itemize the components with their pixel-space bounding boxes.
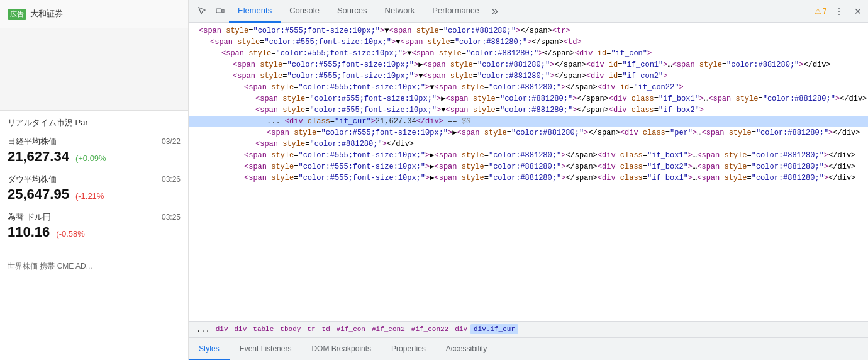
market-footer: 世界株価 携帯 CME AD... <box>0 256 188 277</box>
breadcrumb-item[interactable]: table <box>250 324 277 334</box>
dom-line[interactable]: <span style="color:#555;font-size:10px;"… <box>189 25 868 37</box>
market-item: ダウ平均株価 03:26 25,647.95 (-1.21% <box>8 174 181 203</box>
market-change: (-1.21% <box>75 191 104 201</box>
dom-line[interactable]: <span style="color:#555;font-size:10px;"… <box>189 48 868 59</box>
market-name: 日経平均株価 <box>8 136 57 147</box>
dom-line[interactable]: <span style="color:#555;font-size:10px;"… <box>189 82 868 93</box>
market-item: 為替 ドル円 03:25 110.16 (-0.58% <box>8 211 181 240</box>
dom-line[interactable]: <span style="color:#555;font-size:10px;"… <box>189 70 868 82</box>
close-icon: ✕ <box>854 6 862 16</box>
dom-tree[interactable]: <span style="color:#555;font-size:10px;"… <box>189 23 868 321</box>
market-value: 25,647.95 <box>8 186 69 203</box>
devtools-menu-btn[interactable]: ⋮ <box>830 3 848 20</box>
dom-line[interactable]: <span style="color:#555;font-size:10px;"… <box>189 172 868 184</box>
devtools-close-btn[interactable]: ✕ <box>849 3 867 20</box>
devtools-tab-performance[interactable]: Performance <box>423 0 487 23</box>
breadcrumb-item[interactable]: #if_con22 <box>408 324 452 334</box>
devtools-tab-elements[interactable]: Elements <box>229 0 281 23</box>
bottom-tab-properties[interactable]: Properties <box>381 338 436 361</box>
warning-icon: ⚠ <box>815 7 821 16</box>
dom-line[interactable]: <span style="color:#555;font-size:10px;"… <box>189 93 868 104</box>
breadcrumb-item[interactable]: div <box>213 324 231 334</box>
breadcrumb-item[interactable]: tbody <box>277 324 304 334</box>
market-change: (-0.58% <box>56 229 85 239</box>
devtools-tab-console[interactable]: Console <box>281 0 328 23</box>
market-section: リアルタイム市況 Par 日経平均株価 03/22 21,627.34 (+0.… <box>0 110 188 256</box>
ad-banner: 広告 大和証券 <box>0 0 188 28</box>
devtools-tabs: ElementsConsoleSourcesNetworkPerformance <box>229 0 488 23</box>
devtools-toolbar: ElementsConsoleSourcesNetworkPerformance… <box>189 0 868 23</box>
breadcrumb-bar: ... divdivtabletbodytrtd#if_con#if_con2#… <box>189 321 868 337</box>
breadcrumb-item[interactable]: #if_con2 <box>369 324 408 334</box>
bottom-tab-event-listeners[interactable]: Event Listeners <box>230 338 302 361</box>
market-time: 03:26 <box>162 175 181 184</box>
dom-line[interactable]: <span style="color:#555;font-size:10px;"… <box>189 104 868 116</box>
breadcrumb-items: divdivtabletbodytrtd#if_con#if_con2#if_c… <box>213 324 518 334</box>
ad-spacer <box>0 28 188 110</box>
ad-company: 大和証券 <box>30 8 63 20</box>
breadcrumb-item[interactable]: td <box>319 324 333 334</box>
breadcrumb-item[interactable]: tr <box>304 324 318 334</box>
bottom-tab-styles[interactable]: Styles <box>189 338 230 361</box>
market-change: (+0.09% <box>75 154 106 163</box>
bottom-tab-dom-breakpoints[interactable]: DOM Breakpoints <box>301 338 381 361</box>
breadcrumb-ellipsis: ... <box>194 325 213 334</box>
devtools-tab-network[interactable]: Network <box>376 0 424 23</box>
toolbar-right-icons: ⚠ 7 ⋮ ✕ <box>812 3 867 20</box>
svg-rect-1 <box>222 9 224 13</box>
market-time: 03:25 <box>162 213 181 222</box>
market-items-list: 日経平均株価 03/22 21,627.34 (+0.09% ダウ平均株価 03… <box>8 136 181 240</box>
devtools-panel: ElementsConsoleSourcesNetworkPerformance… <box>189 0 868 360</box>
dom-line[interactable]: <span style="color:#881280;"></div> <box>189 138 868 150</box>
dom-line[interactable]: <span style="color:#555;font-size:10px;"… <box>189 150 868 161</box>
market-value: 21,627.34 <box>8 149 69 165</box>
bottom-tabs: StylesEvent ListenersDOM BreakpointsProp… <box>189 337 868 360</box>
market-item: 日経平均株価 03/22 21,627.34 (+0.09% <box>8 136 181 165</box>
dom-line[interactable]: ... <div class="if_cur">21,627.34</div> … <box>189 116 868 127</box>
market-name: 為替 ドル円 <box>8 211 51 223</box>
svg-rect-0 <box>216 9 221 13</box>
bottom-tab-accessibility[interactable]: Accessibility <box>436 338 497 361</box>
market-time: 03/22 <box>162 137 181 146</box>
device-toggle-btn[interactable] <box>211 3 229 20</box>
market-title: リアルタイム市況 Par <box>8 117 181 128</box>
dom-line[interactable]: <span style="color:#555;font-size:10px;"… <box>189 127 868 138</box>
ad-label: 広告 <box>8 9 26 20</box>
warning-count: 7 <box>823 7 827 16</box>
breadcrumb-item[interactable]: #if_con <box>333 324 369 334</box>
webpage-panel: 広告 大和証券 リアルタイム市況 Par 日経平均株価 03/22 21,627… <box>0 0 189 360</box>
market-name: ダウ平均株価 <box>8 174 57 185</box>
warning-badge: ⚠ 7 <box>812 7 830 16</box>
three-dot-icon: ⋮ <box>835 6 843 16</box>
dom-line[interactable]: <span style="color:#555;font-size:10px;"… <box>189 59 868 70</box>
market-value: 110.16 <box>8 224 50 240</box>
breadcrumb-item[interactable]: div <box>452 324 470 334</box>
breadcrumb-item[interactable]: div <box>231 324 250 334</box>
breadcrumb-item[interactable]: div.if_cur <box>470 324 518 334</box>
more-tabs-btn[interactable]: » <box>488 4 502 18</box>
dom-line[interactable]: <span style="color:#555;font-size:10px;"… <box>189 161 868 172</box>
devtools-tab-sources[interactable]: Sources <box>328 0 376 23</box>
inspector-icon-btn[interactable] <box>194 3 211 20</box>
dom-line[interactable]: <span style="color:#555;font-size:10px;"… <box>189 37 868 48</box>
